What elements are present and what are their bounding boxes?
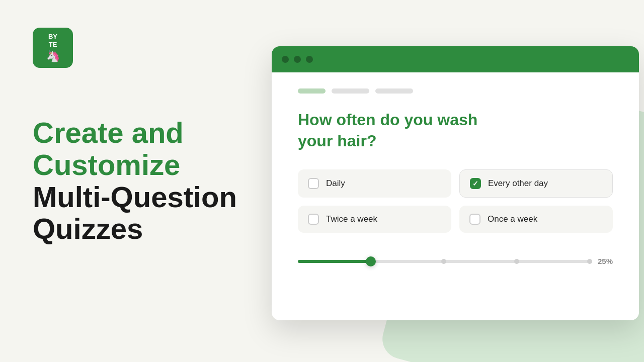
slider-track[interactable] <box>298 260 590 263</box>
options-grid: Daily Every other day Twice a week Once … <box>298 169 613 233</box>
progress-step-3 <box>375 88 413 94</box>
headline-line1: Create and <box>33 116 184 149</box>
slider-percent-label: 25% <box>598 257 613 265</box>
checkbox-daily[interactable] <box>308 178 319 189</box>
question-text: How often do you wash your hair? <box>298 110 499 151</box>
headline-line2: Customize <box>33 148 180 181</box>
option-once-a-week[interactable]: Once a week <box>459 206 613 233</box>
slider-thumb[interactable] <box>366 256 376 266</box>
progress-step-2 <box>332 88 369 94</box>
option-daily[interactable]: Daily <box>298 169 451 198</box>
headline-line3: Multi-Question <box>33 180 237 213</box>
slider-tick-50 <box>441 259 446 264</box>
browser-titlebar <box>272 46 639 72</box>
slider-tick-100 <box>587 259 592 264</box>
option-twice-a-week-label: Twice a week <box>326 214 377 224</box>
browser-content: How often do you wash your hair? Daily E… <box>272 72 639 320</box>
traffic-dot-2 <box>294 56 301 63</box>
hero-text: Create and Customize Multi-Question Quiz… <box>33 117 237 245</box>
traffic-dot-1 <box>282 56 289 63</box>
slider-tick-75 <box>514 259 519 264</box>
logo-text: BY TE <box>48 33 57 48</box>
option-once-a-week-label: Once a week <box>488 214 537 224</box>
headline-line4: Quizzes <box>33 213 143 245</box>
checkbox-once-a-week[interactable] <box>469 214 480 225</box>
progress-slider-area: 25% <box>298 257 613 265</box>
headline: Create and Customize Multi-Question Quiz… <box>33 117 237 245</box>
slider-fill <box>298 260 371 263</box>
option-every-other-day-label: Every other day <box>488 178 548 189</box>
option-twice-a-week[interactable]: Twice a week <box>298 206 451 233</box>
logo: BY TE 🦄 <box>33 28 73 68</box>
option-daily-label: Daily <box>326 178 345 189</box>
option-every-other-day[interactable]: Every other day <box>459 169 613 198</box>
checkbox-every-other-day[interactable] <box>470 178 481 189</box>
browser-mockup: How often do you wash your hair? Daily E… <box>272 46 639 320</box>
progress-steps <box>298 88 613 94</box>
progress-step-1 <box>298 88 326 94</box>
checkbox-twice-a-week[interactable] <box>308 214 319 225</box>
traffic-dot-3 <box>306 56 313 63</box>
logo-mascot-icon: 🦄 <box>46 50 60 63</box>
